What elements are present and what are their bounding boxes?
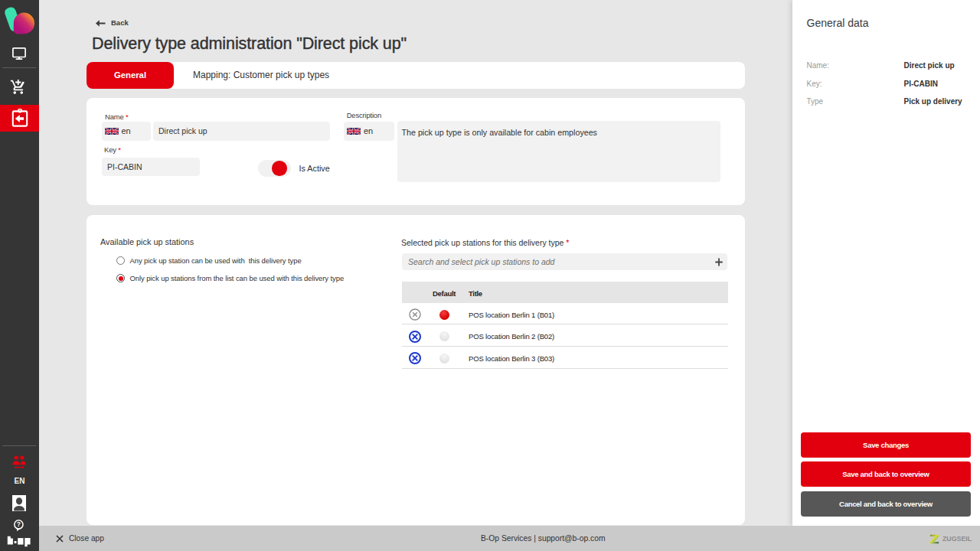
svg-text:?: ?: [17, 520, 21, 528]
